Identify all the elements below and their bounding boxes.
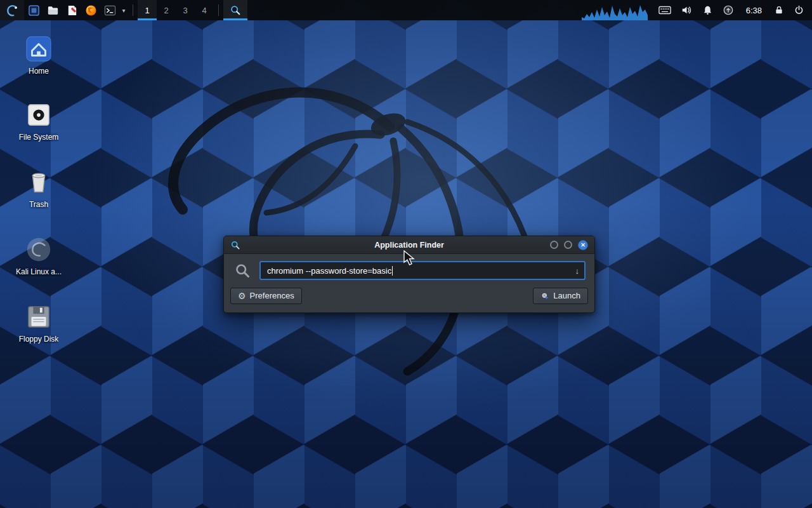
desktop-icon-label: Home xyxy=(29,67,49,76)
launcher-terminal[interactable] xyxy=(101,0,119,20)
desktop-icon-label: Trash xyxy=(29,200,48,209)
clock[interactable]: 6:38 xyxy=(743,0,764,20)
screen-lock[interactable] xyxy=(774,0,784,20)
kali-menu-button[interactable] xyxy=(0,0,24,20)
desktop-icon-label: File System xyxy=(19,133,59,142)
workspace-2[interactable]: 2 xyxy=(157,0,176,20)
launch-run-icon xyxy=(540,291,549,300)
lock-icon xyxy=(774,4,784,16)
window-icon xyxy=(28,4,40,17)
desktop-icon-label: Kali Linux a... xyxy=(16,267,62,276)
launch-button-label: Launch xyxy=(553,291,580,300)
home-icon xyxy=(24,34,53,64)
bell-icon xyxy=(702,4,713,16)
window-controls: ✕ xyxy=(550,240,588,250)
terminal-icon xyxy=(104,4,116,17)
application-finder-window: Application Finder ✕ chromium --password… xyxy=(223,236,595,313)
session-logout[interactable] xyxy=(794,0,804,20)
panel-separator xyxy=(133,4,133,16)
document-icon xyxy=(66,4,78,17)
updates-indicator[interactable] xyxy=(723,0,734,20)
preferences-button-label: Preferences xyxy=(250,291,294,300)
desktop-icon-file-system[interactable]: File System xyxy=(9,100,69,142)
workspace-1[interactable]: 1 xyxy=(138,0,157,20)
folder-icon xyxy=(47,4,59,17)
workspace-3[interactable]: 3 xyxy=(176,0,195,20)
panel-separator xyxy=(218,4,219,16)
window-title: Application Finder xyxy=(224,241,594,250)
notifications[interactable] xyxy=(702,0,713,20)
volume-control[interactable] xyxy=(681,0,693,20)
search-icon xyxy=(230,4,241,16)
search-icon xyxy=(234,262,251,279)
history-dropdown-icon[interactable]: ↓ xyxy=(575,266,580,276)
kali-logo-icon xyxy=(4,3,20,18)
text-caret xyxy=(392,266,393,276)
workspace-4[interactable]: 4 xyxy=(195,0,214,20)
system-monitor-graph[interactable] xyxy=(582,0,649,20)
firefox-icon xyxy=(85,4,97,17)
terminal-dropdown-chevron-icon[interactable]: ▾ xyxy=(119,0,128,20)
launcher-file-manager[interactable] xyxy=(44,0,62,20)
floppy-disk-icon xyxy=(24,302,53,331)
command-input-value: chromium --password-store=basic xyxy=(267,266,391,276)
application-finder-icon xyxy=(230,240,240,250)
desktop-icon-trash[interactable]: Trash xyxy=(9,168,69,209)
gear-icon: ⚙ xyxy=(238,291,246,300)
panel-status-area: 6:38 xyxy=(582,0,812,20)
launcher-window[interactable] xyxy=(25,0,43,20)
preferences-button[interactable]: ⚙ Preferences xyxy=(230,288,302,304)
file-system-icon xyxy=(24,100,53,130)
minimize-button[interactable] xyxy=(550,241,558,249)
desktop-icon-kali-linux[interactable]: Kali Linux a... xyxy=(9,235,69,276)
taskbar-application-finder[interactable] xyxy=(223,0,247,20)
close-button[interactable]: ✕ xyxy=(578,240,588,250)
desktop-screen: ▾ 1 2 3 4 xyxy=(0,0,812,508)
launcher-text-editor[interactable] xyxy=(63,0,81,20)
launch-button[interactable]: Launch xyxy=(533,288,588,304)
maximize-button[interactable] xyxy=(564,241,572,249)
search-row: chromium --password-store=basic ↓ xyxy=(224,254,594,284)
titlebar[interactable]: Application Finder ✕ xyxy=(224,236,594,254)
keyboard-icon xyxy=(658,5,671,15)
update-circle-icon xyxy=(723,4,734,16)
command-input[interactable]: chromium --password-store=basic ↓ xyxy=(259,261,586,280)
desktop-icon-home[interactable]: Home xyxy=(9,34,69,76)
desktop-icon-floppy-disk[interactable]: Floppy Disk xyxy=(9,302,69,344)
top-panel: ▾ 1 2 3 4 xyxy=(0,0,812,20)
speaker-icon xyxy=(681,4,693,16)
dialog-buttons: ⚙ Preferences Launch xyxy=(224,284,594,311)
keyboard-indicator[interactable] xyxy=(658,0,671,20)
desktop-icon-label: Floppy Disk xyxy=(19,335,59,344)
trash-icon xyxy=(24,168,53,197)
power-icon xyxy=(794,4,804,16)
close-icon: ✕ xyxy=(580,242,586,248)
kali-linux-icon xyxy=(24,235,53,264)
launcher-firefox[interactable] xyxy=(82,0,100,20)
